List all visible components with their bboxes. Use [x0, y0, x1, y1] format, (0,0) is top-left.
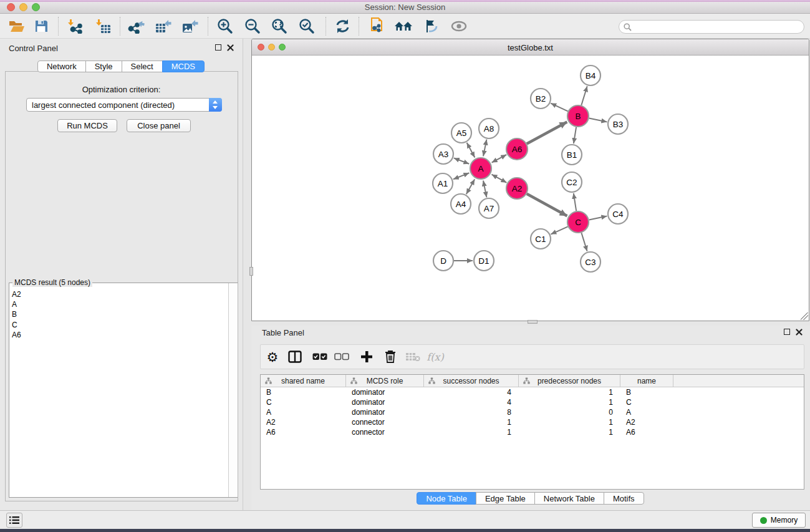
- node-B[interactable]: B: [567, 105, 589, 127]
- column-header-mcds-role[interactable]: MCDS role: [346, 375, 424, 387]
- edge-B-B3[interactable]: [589, 118, 607, 122]
- task-history-button[interactable]: [6, 513, 22, 528]
- save-session-icon[interactable]: [31, 16, 52, 36]
- export-network-icon[interactable]: [125, 16, 147, 36]
- edge-C-C2[interactable]: [574, 193, 576, 211]
- close-table-panel-icon[interactable]: [796, 329, 803, 336]
- table-cell[interactable]: A6: [261, 427, 346, 437]
- table-row[interactable]: A6connector11A6: [261, 427, 804, 437]
- node-B1[interactable]: B1: [562, 145, 582, 165]
- edge-C-C1[interactable]: [551, 226, 567, 234]
- select-all-columns-icon[interactable]: [309, 345, 330, 369]
- show-all-icon[interactable]: [448, 16, 470, 36]
- node-A5[interactable]: A5: [451, 123, 471, 143]
- edge-A-A3[interactable]: [454, 158, 470, 163]
- table-cell[interactable]: C: [620, 397, 673, 407]
- zoom-selected-icon[interactable]: [296, 16, 317, 36]
- table-row[interactable]: Cdominator41C: [261, 397, 804, 407]
- tab-style[interactable]: Style: [85, 60, 122, 72]
- edge-C-C4[interactable]: [589, 216, 607, 220]
- node-C1[interactable]: C1: [531, 229, 551, 249]
- import-table-icon[interactable]: [93, 16, 114, 36]
- edge-A-A1[interactable]: [453, 173, 470, 179]
- table-cell[interactable]: 1: [519, 387, 620, 397]
- table-row[interactable]: A2connector11A2: [261, 417, 804, 427]
- table-cell[interactable]: 1: [424, 427, 519, 437]
- table-cell[interactable]: 8: [424, 407, 519, 417]
- node-D[interactable]: D: [433, 251, 453, 271]
- edge-A-A2[interactable]: [492, 175, 507, 183]
- tab-edge-table[interactable]: Edge Table: [476, 492, 535, 505]
- hide-selected-icon[interactable]: [420, 16, 441, 36]
- edge-A-A8[interactable]: [483, 140, 486, 157]
- table-cell[interactable]: 1: [519, 417, 620, 427]
- window-resize-grip[interactable]: [801, 312, 808, 320]
- edge-A6-B[interactable]: [527, 122, 567, 144]
- table-cell[interactable]: B: [261, 387, 346, 397]
- node-C2[interactable]: C2: [562, 172, 582, 192]
- network-canvas[interactable]: AA1A2A3A4A5A6A7A8BB1B2B3B4CC1C2C3C4DD1: [252, 56, 809, 321]
- node-B2[interactable]: B2: [531, 89, 551, 109]
- node-A2[interactable]: A2: [506, 178, 528, 199]
- tab-select[interactable]: Select: [122, 60, 163, 72]
- column-header-successor-nodes[interactable]: successor nodes: [424, 375, 519, 387]
- node-D1[interactable]: D1: [474, 251, 494, 271]
- node-C3[interactable]: C3: [581, 252, 600, 272]
- table-cell[interactable]: 1: [519, 427, 620, 437]
- export-table-icon[interactable]: [152, 16, 173, 36]
- table-row[interactable]: Bdominator41B: [261, 387, 804, 397]
- table-cell[interactable]: 4: [424, 387, 519, 397]
- edge-B-B4[interactable]: [581, 86, 587, 105]
- table-cell[interactable]: dominator: [346, 407, 424, 417]
- table-cell[interactable]: A: [620, 407, 673, 417]
- first-neighbors-icon[interactable]: [393, 16, 414, 36]
- zoom-out-icon[interactable]: [242, 16, 263, 36]
- node-A6[interactable]: A6: [506, 138, 528, 160]
- table-cell[interactable]: 1: [424, 417, 519, 427]
- memory-button[interactable]: Memory: [752, 513, 806, 528]
- edge-B-B1[interactable]: [574, 127, 576, 143]
- node-A4[interactable]: A4: [451, 194, 471, 214]
- tab-network-table[interactable]: Network Table: [534, 492, 604, 505]
- column-header-name[interactable]: name: [620, 375, 673, 387]
- node-A[interactable]: A: [470, 158, 491, 179]
- delete-table-icon[interactable]: [402, 345, 423, 369]
- zoom-in-icon[interactable]: [215, 16, 236, 36]
- table-cell[interactable]: A6: [620, 427, 673, 437]
- edge-C-C3[interactable]: [581, 233, 587, 251]
- deselect-all-columns-icon[interactable]: [331, 345, 352, 369]
- node-B4[interactable]: B4: [581, 65, 600, 85]
- node-A1[interactable]: A1: [433, 173, 453, 193]
- import-network-icon[interactable]: [65, 16, 86, 36]
- add-column-icon[interactable]: [356, 345, 377, 369]
- edge-A2-C[interactable]: [527, 194, 567, 216]
- table-cell[interactable]: dominator: [346, 387, 424, 397]
- search-input[interactable]: [634, 21, 799, 32]
- node-A3[interactable]: A3: [433, 144, 453, 164]
- table-cell[interactable]: A: [261, 407, 346, 417]
- edge-A-A7[interactable]: [483, 181, 486, 198]
- table-cell[interactable]: connector: [346, 427, 424, 437]
- float-panel-icon[interactable]: [215, 44, 221, 51]
- delete-columns-icon[interactable]: [380, 345, 401, 369]
- horizontal-divider-grip[interactable]: [528, 320, 538, 324]
- float-table-panel-icon[interactable]: [784, 329, 790, 335]
- export-image-icon[interactable]: [179, 16, 200, 36]
- table-row[interactable]: Adominator80A: [261, 407, 804, 417]
- show-columns-icon[interactable]: [284, 345, 306, 369]
- edge-A-A6[interactable]: [492, 155, 507, 163]
- zoom-fit-icon[interactable]: [269, 16, 290, 36]
- column-header-predecessor-nodes[interactable]: predecessor nodes: [519, 375, 620, 387]
- node-B3[interactable]: B3: [608, 114, 628, 134]
- search-field[interactable]: [619, 20, 804, 34]
- table-cell[interactable]: connector: [346, 417, 424, 427]
- refresh-layout-icon[interactable]: [332, 16, 353, 36]
- open-file-icon[interactable]: [6, 16, 27, 36]
- tab-network[interactable]: Network: [37, 60, 86, 72]
- tab-node-table[interactable]: Node Table: [417, 492, 476, 505]
- tab-mcds[interactable]: MCDS: [162, 60, 205, 72]
- new-network-from-selection-icon[interactable]: [367, 16, 388, 36]
- node-C[interactable]: C: [567, 211, 589, 233]
- table-cell[interactable]: B: [620, 387, 673, 397]
- table-cell[interactable]: 0: [519, 407, 620, 417]
